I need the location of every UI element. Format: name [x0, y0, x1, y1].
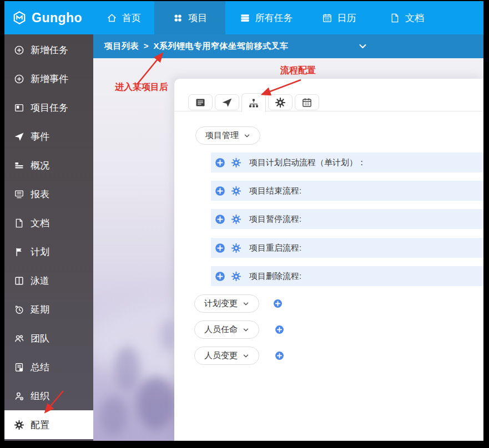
- tab-settings[interactable]: [268, 94, 293, 110]
- gear-icon: [275, 97, 286, 108]
- sidebar-item-label: 泳道: [31, 274, 49, 287]
- nav-item-projects[interactable]: 项目: [154, 1, 225, 34]
- calendar-icon: [301, 97, 312, 108]
- circle-plus-icon: [14, 45, 24, 55]
- dropdown-label: 人员任命: [204, 324, 238, 335]
- annotation-enter-project: 进入某项目后: [115, 82, 168, 93]
- tab-flow-config[interactable]: [241, 93, 266, 112]
- flow-settings-icon[interactable]: [231, 186, 241, 196]
- personnel-appointment-dropdown[interactable]: 人员任命: [194, 320, 259, 339]
- chevron-down-icon: [243, 327, 249, 333]
- chevron-down-icon[interactable]: [358, 42, 367, 51]
- flow-row-project-end: 项目结束流程:: [211, 181, 483, 201]
- flow-row-label: 项目暂停流程:: [249, 214, 301, 225]
- breadcrumb-separator: >: [144, 41, 149, 50]
- breadcrumb: 项目列表 > X系列锂电专用窄体坐驾前移式叉车: [93, 41, 291, 52]
- sidebar-item-team[interactable]: 团队: [4, 324, 93, 353]
- sidebar: 新增任务 新增事件 项目任务 事件 概况 报表 文档 计划 泳道 延期 团队 总…: [4, 34, 93, 441]
- sitemap-icon: [248, 98, 259, 109]
- sidebar-item-summary[interactable]: 总结: [4, 353, 93, 381]
- document-icon: [14, 218, 24, 228]
- nav-label: 文档: [405, 12, 424, 24]
- flow-row-label: 项目重启流程:: [249, 243, 301, 253]
- report-icon: [14, 189, 24, 200]
- task-list-icon: [240, 13, 250, 23]
- add-flow-icon[interactable]: [215, 157, 225, 168]
- circle-plus-icon: [14, 74, 24, 84]
- flow-settings-icon[interactable]: [231, 271, 241, 282]
- nav-label: 日历: [337, 12, 356, 24]
- org-icon: [14, 391, 24, 401]
- dropdown-label: 计划变更: [204, 298, 238, 309]
- flow-row-plan-start: 项目计划启动流程（单计划）：: [211, 152, 483, 172]
- add-personnel-appointment-icon[interactable]: [275, 325, 284, 334]
- dropdown-label: 项目管理: [205, 130, 239, 141]
- plan-change-dropdown[interactable]: 计划变更: [194, 294, 259, 313]
- sidebar-item-label: 概况: [31, 159, 49, 172]
- chevron-down-icon: [243, 301, 249, 307]
- nav-label: 所有任务: [255, 12, 293, 24]
- sidebar-item-label: 组织: [31, 390, 49, 403]
- sidebar-item-documents[interactable]: 文档: [4, 208, 93, 237]
- plan-flag-icon: [14, 247, 24, 257]
- nav-item-documents[interactable]: 文档: [371, 1, 443, 34]
- sidebar-item-label: 项目任务: [31, 101, 68, 114]
- add-personnel-change-icon[interactable]: [275, 351, 284, 360]
- add-flow-icon[interactable]: [215, 214, 225, 225]
- sidebar-item-label: 计划: [31, 246, 49, 258]
- sidebar-item-new-event[interactable]: 新增事件: [4, 64, 93, 93]
- sidebar-item-swimlane[interactable]: 泳道: [4, 266, 93, 295]
- swimlane-icon: [14, 276, 24, 286]
- paper-plane-icon: [14, 131, 24, 142]
- chevron-down-icon: [243, 353, 249, 359]
- flow-settings-icon[interactable]: [231, 157, 241, 168]
- personnel-change-dropdown[interactable]: 人员变更: [194, 347, 259, 365]
- add-plan-change-icon[interactable]: [273, 299, 283, 308]
- document-icon: [390, 13, 400, 23]
- app-window: Gungho 首页 项目 所有任务 日历 文档 项目列表 > X系列锂电专用窄体…: [4, 1, 483, 441]
- team-icon: [14, 333, 24, 344]
- panel-tab-strip: [174, 93, 483, 111]
- flow-settings-icon[interactable]: [231, 243, 241, 253]
- breadcrumb-current-project: X系列锂电专用窄体坐驾前移式叉车: [154, 41, 289, 50]
- sidebar-item-reports[interactable]: 报表: [4, 180, 93, 208]
- sidebar-item-project-tasks[interactable]: 项目任务: [4, 93, 93, 122]
- paper-plane-icon: [221, 97, 233, 108]
- tab-form[interactable]: [188, 94, 213, 110]
- add-flow-icon[interactable]: [215, 271, 225, 282]
- breadcrumb-bar: 项目列表 > X系列锂电专用窄体坐驾前移式叉车: [93, 34, 483, 58]
- tab-events[interactable]: [215, 94, 239, 110]
- tab-calendar[interactable]: [295, 94, 319, 110]
- background-tree: [100, 396, 128, 435]
- summary-icon: [14, 362, 24, 373]
- add-flow-icon[interactable]: [215, 186, 225, 196]
- nav-label: 首页: [122, 12, 141, 24]
- sidebar-item-label: 事件: [31, 130, 49, 143]
- grid-icon: [173, 13, 183, 23]
- add-flow-icon[interactable]: [215, 243, 225, 253]
- sidebar-item-delay[interactable]: 延期: [4, 295, 93, 324]
- sidebar-item-plan[interactable]: 计划: [4, 237, 93, 266]
- app-logo[interactable]: Gungho: [4, 1, 93, 34]
- sidebar-item-settings[interactable]: 配置: [4, 410, 93, 439]
- flow-settings-icon[interactable]: [231, 214, 241, 225]
- sidebar-item-organization[interactable]: 组织: [4, 381, 93, 410]
- sidebar-item-label: 团队: [31, 332, 49, 345]
- delay-clock-icon: [14, 304, 24, 315]
- sidebar-item-overview[interactable]: 概况: [4, 151, 93, 180]
- background-tree: [137, 377, 175, 430]
- sidebar-item-new-task[interactable]: 新增任务: [4, 35, 93, 64]
- sidebar-item-label: 新增事件: [31, 73, 68, 85]
- sidebar-item-events[interactable]: 事件: [4, 122, 93, 151]
- gear-icon: [14, 420, 24, 430]
- sidebar-item-label: 报表: [31, 188, 49, 201]
- flow-row-label: 项目计划启动流程（单计划）：: [249, 157, 366, 168]
- top-navigation-bar: Gungho 首页 项目 所有任务 日历 文档: [4, 1, 483, 34]
- nav-item-all-tasks[interactable]: 所有任务: [225, 1, 307, 34]
- nav-item-home[interactable]: 首页: [93, 1, 154, 34]
- nav-label: 项目: [188, 12, 207, 24]
- nav-item-calendar[interactable]: 日历: [307, 1, 371, 34]
- project-management-dropdown[interactable]: 项目管理: [195, 126, 260, 145]
- breadcrumb-project-list-link[interactable]: 项目列表: [104, 41, 139, 50]
- calendar-icon: [322, 13, 332, 23]
